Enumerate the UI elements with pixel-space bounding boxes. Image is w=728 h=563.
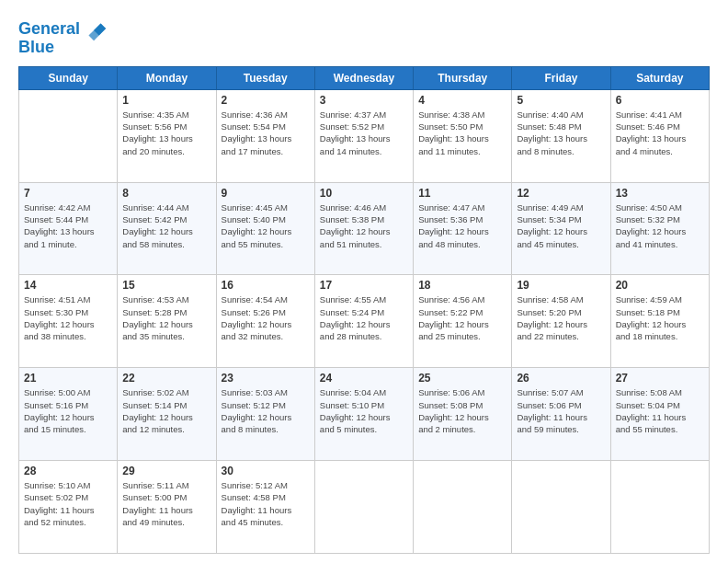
day-info: Sunrise: 4:55 AM Sunset: 5:24 PM Dayligh… <box>320 293 408 342</box>
day-info: Sunrise: 4:38 AM Sunset: 5:50 PM Dayligh… <box>418 109 506 157</box>
calendar-week-2: 7Sunrise: 4:42 AM Sunset: 5:44 PM Daylig… <box>19 182 710 275</box>
logo-text: General <box>18 20 80 39</box>
day-info: Sunrise: 4:56 AM Sunset: 5:22 PM Dayligh… <box>418 293 506 342</box>
calendar-cell: 25Sunrise: 5:06 AM Sunset: 5:08 PM Dayli… <box>414 368 512 461</box>
weekday-header-sunday: Sunday <box>19 66 118 89</box>
calendar-cell: 14Sunrise: 4:51 AM Sunset: 5:30 PM Dayli… <box>19 275 118 368</box>
day-number: 2 <box>222 94 310 107</box>
day-info: Sunrise: 5:11 AM Sunset: 5:00 PM Dayligh… <box>122 479 210 528</box>
logo-text-blue: Blue <box>18 39 54 57</box>
calendar-week-3: 14Sunrise: 4:51 AM Sunset: 5:30 PM Dayli… <box>19 275 710 368</box>
calendar-cell: 8Sunrise: 4:44 AM Sunset: 5:42 PM Daylig… <box>118 182 216 275</box>
day-info: Sunrise: 4:35 AM Sunset: 5:56 PM Dayligh… <box>122 109 210 157</box>
calendar-cell: 28Sunrise: 5:10 AM Sunset: 5:02 PM Dayli… <box>19 461 118 554</box>
day-info: Sunrise: 5:03 AM Sunset: 5:12 PM Dayligh… <box>222 386 310 435</box>
logo: General Blue <box>18 17 108 57</box>
weekday-header-tuesday: Tuesday <box>216 66 314 89</box>
day-number: 8 <box>122 187 210 200</box>
weekday-header-thursday: Thursday <box>414 66 512 89</box>
calendar-cell: 22Sunrise: 5:02 AM Sunset: 5:14 PM Dayli… <box>118 368 216 461</box>
calendar-cell: 4Sunrise: 4:38 AM Sunset: 5:50 PM Daylig… <box>414 89 512 182</box>
day-info: Sunrise: 5:00 AM Sunset: 5:16 PM Dayligh… <box>24 386 112 435</box>
day-number: 21 <box>24 372 112 385</box>
day-info: Sunrise: 4:54 AM Sunset: 5:26 PM Dayligh… <box>222 293 310 342</box>
calendar-cell: 17Sunrise: 4:55 AM Sunset: 5:24 PM Dayli… <box>314 275 413 368</box>
day-info: Sunrise: 4:58 AM Sunset: 5:20 PM Dayligh… <box>517 293 605 342</box>
calendar-week-1: 1Sunrise: 4:35 AM Sunset: 5:56 PM Daylig… <box>19 89 710 182</box>
day-number: 14 <box>24 279 112 292</box>
logo-icon <box>82 17 108 42</box>
day-number: 10 <box>320 187 408 200</box>
day-number: 29 <box>122 465 210 477</box>
day-info: Sunrise: 4:53 AM Sunset: 5:28 PM Dayligh… <box>122 293 210 342</box>
calendar-cell <box>610 461 709 554</box>
day-number: 30 <box>222 465 310 477</box>
calendar-cell: 30Sunrise: 5:12 AM Sunset: 4:58 PM Dayli… <box>216 461 314 554</box>
day-number: 7 <box>24 187 112 200</box>
calendar-cell: 10Sunrise: 4:46 AM Sunset: 5:38 PM Dayli… <box>314 182 413 275</box>
day-info: Sunrise: 5:10 AM Sunset: 5:02 PM Dayligh… <box>24 479 112 528</box>
day-info: Sunrise: 4:37 AM Sunset: 5:52 PM Dayligh… <box>320 109 408 157</box>
calendar-cell: 18Sunrise: 4:56 AM Sunset: 5:22 PM Dayli… <box>414 275 512 368</box>
calendar-table: SundayMondayTuesdayWednesdayThursdayFrid… <box>18 66 710 554</box>
calendar-cell: 2Sunrise: 4:36 AM Sunset: 5:54 PM Daylig… <box>216 89 314 182</box>
calendar-cell <box>414 461 512 554</box>
day-info: Sunrise: 4:49 AM Sunset: 5:34 PM Dayligh… <box>517 201 605 250</box>
day-number: 5 <box>517 94 605 107</box>
calendar-cell: 7Sunrise: 4:42 AM Sunset: 5:44 PM Daylig… <box>19 182 118 275</box>
calendar-cell: 19Sunrise: 4:58 AM Sunset: 5:20 PM Dayli… <box>512 275 610 368</box>
day-number: 4 <box>418 94 506 107</box>
day-info: Sunrise: 4:50 AM Sunset: 5:32 PM Dayligh… <box>616 201 704 250</box>
day-number: 13 <box>616 187 704 200</box>
weekday-header-row: SundayMondayTuesdayWednesdayThursdayFrid… <box>19 66 710 89</box>
weekday-header-friday: Friday <box>512 66 610 89</box>
calendar-cell: 24Sunrise: 5:04 AM Sunset: 5:10 PM Dayli… <box>314 368 413 461</box>
day-number: 18 <box>418 279 506 292</box>
calendar-cell: 23Sunrise: 5:03 AM Sunset: 5:12 PM Dayli… <box>216 368 314 461</box>
day-info: Sunrise: 5:04 AM Sunset: 5:10 PM Dayligh… <box>320 386 408 435</box>
calendar-cell: 13Sunrise: 4:50 AM Sunset: 5:32 PM Dayli… <box>610 182 709 275</box>
day-info: Sunrise: 5:02 AM Sunset: 5:14 PM Dayligh… <box>122 386 210 435</box>
calendar-cell: 9Sunrise: 4:45 AM Sunset: 5:40 PM Daylig… <box>216 182 314 275</box>
day-number: 24 <box>320 372 408 385</box>
calendar-cell: 26Sunrise: 5:07 AM Sunset: 5:06 PM Dayli… <box>512 368 610 461</box>
day-number: 26 <box>517 372 605 385</box>
calendar-cell: 11Sunrise: 4:47 AM Sunset: 5:36 PM Dayli… <box>414 182 512 275</box>
weekday-header-wednesday: Wednesday <box>314 66 413 89</box>
day-info: Sunrise: 4:45 AM Sunset: 5:40 PM Dayligh… <box>222 201 310 250</box>
day-info: Sunrise: 4:44 AM Sunset: 5:42 PM Dayligh… <box>122 201 210 250</box>
day-info: Sunrise: 4:40 AM Sunset: 5:48 PM Dayligh… <box>517 109 605 157</box>
page: General Blue SundayMondayTuesdayWednesda… <box>0 0 728 563</box>
day-number: 19 <box>517 279 605 292</box>
calendar-cell: 29Sunrise: 5:11 AM Sunset: 5:00 PM Dayli… <box>118 461 216 554</box>
calendar-week-4: 21Sunrise: 5:00 AM Sunset: 5:16 PM Dayli… <box>19 368 710 461</box>
calendar-cell <box>512 461 610 554</box>
calendar-cell: 16Sunrise: 4:54 AM Sunset: 5:26 PM Dayli… <box>216 275 314 368</box>
calendar-cell: 1Sunrise: 4:35 AM Sunset: 5:56 PM Daylig… <box>118 89 216 182</box>
day-info: Sunrise: 4:36 AM Sunset: 5:54 PM Dayligh… <box>222 109 310 157</box>
day-number: 22 <box>122 372 210 385</box>
day-info: Sunrise: 4:51 AM Sunset: 5:30 PM Dayligh… <box>24 293 112 342</box>
calendar-cell: 12Sunrise: 4:49 AM Sunset: 5:34 PM Dayli… <box>512 182 610 275</box>
day-info: Sunrise: 4:59 AM Sunset: 5:18 PM Dayligh… <box>616 293 704 342</box>
calendar-cell: 5Sunrise: 4:40 AM Sunset: 5:48 PM Daylig… <box>512 89 610 182</box>
header: General Blue <box>18 17 710 57</box>
day-info: Sunrise: 4:42 AM Sunset: 5:44 PM Dayligh… <box>24 201 112 250</box>
day-info: Sunrise: 4:41 AM Sunset: 5:46 PM Dayligh… <box>616 109 704 157</box>
calendar-cell <box>314 461 413 554</box>
day-number: 25 <box>418 372 506 385</box>
weekday-header-monday: Monday <box>118 66 216 89</box>
day-number: 27 <box>616 372 704 385</box>
calendar-cell <box>19 89 118 182</box>
day-number: 20 <box>616 279 704 292</box>
day-info: Sunrise: 5:08 AM Sunset: 5:04 PM Dayligh… <box>616 386 704 435</box>
day-number: 16 <box>222 279 310 292</box>
day-number: 9 <box>222 187 310 200</box>
day-number: 23 <box>222 372 310 385</box>
day-number: 1 <box>122 94 210 107</box>
calendar-week-5: 28Sunrise: 5:10 AM Sunset: 5:02 PM Dayli… <box>19 461 710 554</box>
day-number: 11 <box>418 187 506 200</box>
day-info: Sunrise: 5:06 AM Sunset: 5:08 PM Dayligh… <box>418 386 506 435</box>
day-number: 3 <box>320 94 408 107</box>
day-info: Sunrise: 5:12 AM Sunset: 4:58 PM Dayligh… <box>222 479 310 528</box>
